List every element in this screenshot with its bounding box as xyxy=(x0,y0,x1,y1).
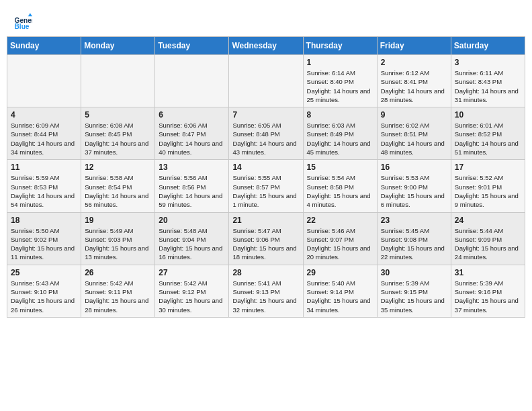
cell-sun-info: Sunrise: 5:44 AM Sunset: 9:09 PM Dayligh… xyxy=(455,226,521,262)
day-number: 14 xyxy=(232,163,299,172)
calendar-week: 25Sunrise: 5:43 AM Sunset: 9:10 PM Dayli… xyxy=(7,265,525,317)
calendar-cell: 22Sunrise: 5:46 AM Sunset: 9:07 PM Dayli… xyxy=(303,212,377,265)
cell-sun-info: Sunrise: 5:54 AM Sunset: 8:58 PM Dayligh… xyxy=(307,173,373,209)
day-number: 16 xyxy=(381,163,447,172)
day-number: 6 xyxy=(159,110,225,120)
day-number: 21 xyxy=(232,216,299,225)
day-number: 29 xyxy=(307,268,373,277)
calendar-table: SundayMondayTuesdayWednesdayThursdayFrid… xyxy=(7,36,525,318)
day-number: 3 xyxy=(455,58,521,67)
calendar-cell: 14Sunrise: 5:55 AM Sunset: 8:57 PM Dayli… xyxy=(229,160,303,212)
cell-sun-info: Sunrise: 5:50 AM Sunset: 9:02 PM Dayligh… xyxy=(11,226,77,262)
calendar-cell: 4Sunrise: 6:09 AM Sunset: 8:44 PM Daylig… xyxy=(7,107,81,160)
calendar-cell: 31Sunrise: 5:39 AM Sunset: 9:16 PM Dayli… xyxy=(451,265,525,317)
calendar-cell: 17Sunrise: 5:52 AM Sunset: 9:01 PM Dayli… xyxy=(451,160,525,212)
cell-sun-info: Sunrise: 5:48 AM Sunset: 9:04 PM Dayligh… xyxy=(159,226,225,262)
day-number: 10 xyxy=(455,110,521,120)
cell-sun-info: Sunrise: 5:56 AM Sunset: 8:56 PM Dayligh… xyxy=(159,173,225,209)
day-number: 1 xyxy=(307,58,373,67)
weekday-header: Tuesday xyxy=(155,37,229,55)
cell-sun-info: Sunrise: 5:49 AM Sunset: 9:03 PM Dayligh… xyxy=(85,226,151,262)
cell-sun-info: Sunrise: 5:59 AM Sunset: 8:53 PM Dayligh… xyxy=(11,173,77,209)
day-number: 7 xyxy=(232,110,299,120)
day-number: 8 xyxy=(307,110,373,120)
cell-sun-info: Sunrise: 5:43 AM Sunset: 9:10 PM Dayligh… xyxy=(11,279,77,314)
calendar-header: SundayMondayTuesdayWednesdayThursdayFrid… xyxy=(7,37,525,55)
cell-sun-info: Sunrise: 5:42 AM Sunset: 9:11 PM Dayligh… xyxy=(85,279,151,314)
calendar-cell: 28Sunrise: 5:41 AM Sunset: 9:13 PM Dayli… xyxy=(229,265,303,317)
calendar-cell: 5Sunrise: 6:08 AM Sunset: 8:45 PM Daylig… xyxy=(81,107,155,160)
calendar-cell: 25Sunrise: 5:43 AM Sunset: 9:10 PM Dayli… xyxy=(7,265,81,317)
cell-sun-info: Sunrise: 5:41 AM Sunset: 9:13 PM Dayligh… xyxy=(232,279,299,314)
cell-sun-info: Sunrise: 6:05 AM Sunset: 8:48 PM Dayligh… xyxy=(232,121,299,156)
svg-text:Blue: Blue xyxy=(15,23,30,30)
calendar-cell: 9Sunrise: 6:02 AM Sunset: 8:51 PM Daylig… xyxy=(377,107,451,160)
cell-sun-info: Sunrise: 5:45 AM Sunset: 9:08 PM Dayligh… xyxy=(381,226,447,262)
calendar-week: 18Sunrise: 5:50 AM Sunset: 9:02 PM Dayli… xyxy=(7,212,525,265)
calendar-cell: 26Sunrise: 5:42 AM Sunset: 9:11 PM Dayli… xyxy=(81,265,155,317)
cell-sun-info: Sunrise: 6:03 AM Sunset: 8:49 PM Dayligh… xyxy=(307,121,373,156)
calendar-cell: 16Sunrise: 5:53 AM Sunset: 9:00 PM Dayli… xyxy=(377,160,451,212)
day-number: 4 xyxy=(11,110,77,120)
calendar-cell: 8Sunrise: 6:03 AM Sunset: 8:49 PM Daylig… xyxy=(303,107,377,160)
day-number: 9 xyxy=(381,110,447,120)
calendar-cell: 11Sunrise: 5:59 AM Sunset: 8:53 PM Dayli… xyxy=(7,160,81,212)
calendar-cell: 15Sunrise: 5:54 AM Sunset: 8:58 PM Dayli… xyxy=(303,160,377,212)
day-number: 28 xyxy=(232,268,299,277)
calendar-cell: 20Sunrise: 5:48 AM Sunset: 9:04 PM Dayli… xyxy=(155,212,229,265)
calendar-cell: 2Sunrise: 6:12 AM Sunset: 8:41 PM Daylig… xyxy=(377,55,451,107)
cell-sun-info: Sunrise: 6:12 AM Sunset: 8:41 PM Dayligh… xyxy=(381,68,447,104)
cell-sun-info: Sunrise: 5:39 AM Sunset: 9:16 PM Dayligh… xyxy=(455,279,521,314)
day-number: 23 xyxy=(381,216,447,225)
cell-sun-info: Sunrise: 5:46 AM Sunset: 9:07 PM Dayligh… xyxy=(307,226,373,262)
day-number: 26 xyxy=(85,268,151,277)
day-number: 15 xyxy=(307,163,373,172)
calendar-week: 11Sunrise: 5:59 AM Sunset: 8:53 PM Dayli… xyxy=(7,160,525,212)
weekday-header: Friday xyxy=(377,37,451,55)
logo-icon: General Blue xyxy=(13,12,32,31)
cell-sun-info: Sunrise: 5:58 AM Sunset: 8:54 PM Dayligh… xyxy=(85,173,151,209)
weekday-header: Thursday xyxy=(303,37,377,55)
cell-sun-info: Sunrise: 5:53 AM Sunset: 9:00 PM Dayligh… xyxy=(381,173,447,209)
cell-sun-info: Sunrise: 6:06 AM Sunset: 8:47 PM Dayligh… xyxy=(159,121,225,156)
calendar-cell: 30Sunrise: 5:39 AM Sunset: 9:15 PM Dayli… xyxy=(377,265,451,317)
day-number: 11 xyxy=(11,163,77,172)
day-number: 31 xyxy=(455,268,521,277)
svg-marker-2 xyxy=(28,13,32,17)
calendar-cell: 10Sunrise: 6:01 AM Sunset: 8:52 PM Dayli… xyxy=(451,107,525,160)
calendar-cell: 24Sunrise: 5:44 AM Sunset: 9:09 PM Dayli… xyxy=(451,212,525,265)
calendar-cell: 3Sunrise: 6:11 AM Sunset: 8:43 PM Daylig… xyxy=(451,55,525,107)
calendar-cell xyxy=(229,55,303,107)
day-number: 25 xyxy=(11,268,77,277)
cell-sun-info: Sunrise: 6:09 AM Sunset: 8:44 PM Dayligh… xyxy=(11,121,77,156)
cell-sun-info: Sunrise: 5:52 AM Sunset: 9:01 PM Dayligh… xyxy=(455,173,521,209)
weekday-header: Monday xyxy=(81,37,155,55)
calendar-cell: 1Sunrise: 6:14 AM Sunset: 8:40 PM Daylig… xyxy=(303,55,377,107)
calendar-cell xyxy=(81,55,155,107)
cell-sun-info: Sunrise: 6:11 AM Sunset: 8:43 PM Dayligh… xyxy=(455,68,521,104)
weekday-header: Wednesday xyxy=(229,37,303,55)
cell-sun-info: Sunrise: 6:08 AM Sunset: 8:45 PM Dayligh… xyxy=(85,121,151,156)
day-number: 19 xyxy=(85,216,151,225)
day-number: 18 xyxy=(11,216,77,225)
calendar-cell: 7Sunrise: 6:05 AM Sunset: 8:48 PM Daylig… xyxy=(229,107,303,160)
weekday-header: Sunday xyxy=(7,37,81,55)
cell-sun-info: Sunrise: 5:47 AM Sunset: 9:06 PM Dayligh… xyxy=(232,226,299,262)
logo: General Blue xyxy=(13,12,35,31)
cell-sun-info: Sunrise: 6:01 AM Sunset: 8:52 PM Dayligh… xyxy=(455,121,521,156)
calendar-cell xyxy=(7,55,81,107)
weekday-header: Saturday xyxy=(451,37,525,55)
day-number: 2 xyxy=(381,58,447,67)
day-number: 24 xyxy=(455,216,521,225)
calendar-week: 1Sunrise: 6:14 AM Sunset: 8:40 PM Daylig… xyxy=(7,55,525,107)
cell-sun-info: Sunrise: 5:55 AM Sunset: 8:57 PM Dayligh… xyxy=(232,173,299,209)
calendar-week: 4Sunrise: 6:09 AM Sunset: 8:44 PM Daylig… xyxy=(7,107,525,160)
day-number: 30 xyxy=(381,268,447,277)
page-header: General Blue xyxy=(7,7,525,34)
cell-sun-info: Sunrise: 5:42 AM Sunset: 9:12 PM Dayligh… xyxy=(159,279,225,314)
day-number: 12 xyxy=(85,163,151,172)
day-number: 5 xyxy=(85,110,151,120)
cell-sun-info: Sunrise: 5:40 AM Sunset: 9:14 PM Dayligh… xyxy=(307,279,373,314)
calendar-cell: 13Sunrise: 5:56 AM Sunset: 8:56 PM Dayli… xyxy=(155,160,229,212)
day-number: 13 xyxy=(159,163,225,172)
